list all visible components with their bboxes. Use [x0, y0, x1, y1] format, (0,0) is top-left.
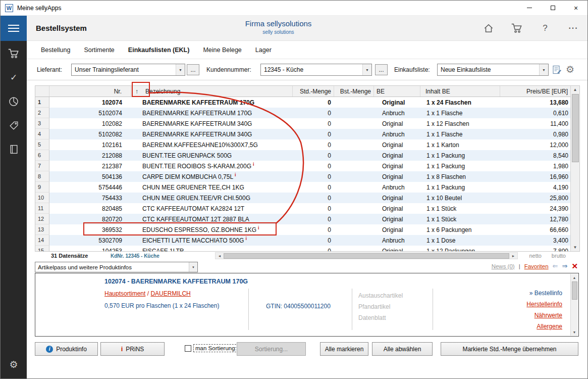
table-row[interactable]: 10754433CHUN MEE GRUEN.TEE/VR CHI.500G0O…	[35, 193, 570, 203]
prins-button[interactable]: i PRiNS	[100, 342, 165, 356]
cell-preis[interactable]: 7,800	[500, 246, 570, 251]
cell-be[interactable]: Anbruch	[374, 235, 420, 246]
cell-preis[interactable]: 4,190	[500, 182, 570, 193]
header-be[interactable]: BE	[374, 86, 420, 97]
cell-be[interactable]: Original	[374, 118, 420, 129]
cell-name[interactable]: BAERENMARKE KAFFEETRAUM 170G	[131, 108, 293, 118]
cell-bst[interactable]	[334, 161, 374, 171]
header-preis[interactable]: Preis/BE [EUR]	[500, 86, 571, 97]
cell-std[interactable]: 0	[293, 193, 334, 203]
scroll-right-icon[interactable]: ►	[509, 254, 517, 258]
cell-rownum[interactable]: 12	[35, 214, 49, 224]
cell-inhalt[interactable]: 1 x 1 Flasche	[420, 129, 500, 139]
cell-be[interactable]: Original	[374, 203, 420, 214]
lieferant-select[interactable]: Unser Trainingslieferant ▼	[71, 64, 185, 76]
tab-einkaufslisten-ekl[interactable]: Einkaufslisten (EKL)	[128, 46, 190, 54]
cell-nr[interactable]: 102161	[49, 139, 131, 150]
detail-link-allergene[interactable]: Allergene	[526, 321, 562, 332]
cell-std[interactable]: 0	[293, 139, 334, 150]
cell-bst[interactable]	[334, 139, 374, 150]
detail-scrollbar[interactable]: ▲ ▼	[570, 274, 578, 336]
table-row[interactable]: 15104253FISCAFE 1LTR0Original1 x 12 Pack…	[35, 246, 570, 251]
table-row[interactable]: 13369532EDUSCHO ESPRESSO, GZ.BOHNE 1KGi0…	[35, 224, 570, 235]
home-icon[interactable]	[483, 22, 495, 34]
lieferant-more-button[interactable]: ...	[187, 64, 199, 75]
scroll-down-icon[interactable]: ▼	[571, 244, 579, 251]
cell-name[interactable]: FISCAFE 1LTR	[131, 246, 293, 251]
prev-icon[interactable]: ⇐	[553, 262, 558, 270]
cell-nr[interactable]: 754433	[49, 193, 131, 203]
maximize-button[interactable]	[541, 1, 564, 15]
cell-bst[interactable]	[334, 97, 374, 108]
table-row[interactable]: 145302709EICHETTI LATTE MACCHIATO 500Gi0…	[35, 235, 570, 246]
help-icon[interactable]: ?	[539, 22, 551, 34]
cell-be[interactable]: Anbruch	[374, 182, 420, 193]
cell-std[interactable]: 0	[293, 97, 334, 108]
cell-inhalt[interactable]: 1 x 1 Stück	[420, 203, 500, 214]
cell-std[interactable]: 0	[293, 118, 334, 129]
table-row[interactable]: 25102074BAERENMARKE KAFFEETRAUM 170G0Anb…	[35, 108, 570, 118]
cell-nr[interactable]: 5754446	[49, 182, 131, 193]
cell-name[interactable]: CARPE DIEM KOMBUCHA 0,75Li	[131, 171, 293, 182]
cell-inhalt[interactable]: 1 x 1 Stück	[420, 214, 500, 224]
cell-name[interactable]: BAERENMARKE KAFFEETRAUM 340G	[131, 129, 293, 139]
detail-link-bestellinfo[interactable]: » Bestellinfo	[526, 288, 562, 299]
man-sortierung-checkbox[interactable]	[185, 345, 191, 352]
news-link[interactable]: News (0)	[492, 263, 515, 269]
scrollbar-thumb[interactable]	[572, 281, 577, 300]
cell-std[interactable]: 0	[293, 214, 334, 224]
cell-rownum[interactable]: 4	[35, 129, 49, 139]
cell-nr[interactable]: 369532	[49, 224, 131, 235]
cell-name[interactable]: EICHETTI LATTE MACCHIATO 500Gi	[131, 235, 293, 246]
table-row[interactable]: 6212088BUENT.TEE GRUENPACK 500G0Original…	[35, 150, 570, 161]
cell-rownum[interactable]: 13	[35, 224, 49, 235]
header-std-menge[interactable]: Std.-Menge	[293, 86, 334, 97]
cell-be[interactable]: Original	[374, 224, 420, 235]
cell-inhalt[interactable]: 1 x 1 Packung	[420, 150, 500, 161]
table-row[interactable]: 12820720CTC KAFFEEAUTOMAT 12T 2887 BLA0O…	[35, 214, 570, 224]
scrollbar-thumb[interactable]	[572, 94, 579, 162]
cell-inhalt[interactable]: 1 x 8 Flaschen	[420, 171, 500, 182]
minimize-button[interactable]	[518, 1, 541, 15]
cell-std[interactable]: 0	[293, 246, 334, 251]
cell-preis[interactable]: 1,980	[500, 161, 570, 171]
cell-name[interactable]: CHUN MEE GRUENER TEE,CH 1KG	[131, 182, 293, 193]
cell-preis[interactable]: 13,680	[500, 97, 570, 108]
close-button[interactable]: ×	[564, 1, 587, 15]
table-row[interactable]: 8504136CARPE DIEM KOMBUCHA 0,75Li0Origin…	[35, 171, 570, 182]
kundennummer-more-button[interactable]: ...	[375, 64, 388, 75]
cell-std[interactable]: 0	[293, 161, 334, 171]
cell-name[interactable]: BAERENMARKE KAFFEETRAUM 170G	[131, 97, 293, 108]
cell-rownum[interactable]: 6	[35, 150, 49, 161]
cell-bst[interactable]	[334, 150, 374, 161]
cell-name[interactable]: CTC KAFFEEAUTOMAT KA2824 12T	[131, 203, 293, 214]
cell-name[interactable]: CTC KAFFEEAUTOMAT 12T 2887 BLA	[131, 214, 293, 224]
cell-rownum[interactable]: 8	[35, 171, 49, 182]
produktinfo-button[interactable]: i Produktinfo	[35, 342, 98, 356]
cell-name[interactable]: BUENT.TEE ROOIBOS S-KARAM.200Gi	[131, 161, 293, 171]
cell-preis[interactable]: 16,960	[500, 171, 570, 182]
cell-nr[interactable]: 212387	[49, 161, 131, 171]
edit-list-icon[interactable]	[552, 65, 562, 75]
cell-bst[interactable]	[334, 182, 374, 193]
cell-name[interactable]: EDUSCHO ESPRESSO, GZ.BOHNE 1KGi	[131, 224, 293, 235]
close-panel-icon[interactable]: ✕	[571, 262, 578, 270]
kundennummer-select[interactable]: 12345 - Küche ▼	[260, 64, 372, 76]
cell-rownum[interactable]: 10	[35, 193, 49, 203]
next-icon[interactable]: ⇒	[562, 262, 568, 270]
cell-inhalt[interactable]: 1 x 12 Packungen	[420, 246, 500, 251]
cell-name[interactable]: BAERENM.KAFFEESAHNE10%300X7,5G	[131, 139, 293, 150]
cell-nr[interactable]: 102074	[49, 97, 131, 108]
header-bezeichnung[interactable]: ↑ Bezeichnung	[131, 86, 293, 97]
sidebar-item-statistics[interactable]	[1, 91, 27, 112]
table-row[interactable]: 3102082BAERENMARKE KAFFEETRAUM 340G0Orig…	[35, 118, 570, 129]
detail-link-herstellerinfo[interactable]: Herstellerinfo	[526, 299, 562, 310]
header-nr[interactable]: Nr.	[49, 86, 131, 97]
scroll-up-icon[interactable]: ▲	[571, 274, 578, 281]
cell-be[interactable]: Original	[374, 161, 420, 171]
tab-meine-belege[interactable]: Meine Belege	[203, 46, 241, 54]
cell-nr[interactable]: 212088	[49, 150, 131, 161]
brutto-label[interactable]: brutto	[552, 253, 566, 259]
more-icon[interactable]: ···	[567, 22, 579, 34]
cell-preis[interactable]: 12,000	[500, 139, 570, 150]
